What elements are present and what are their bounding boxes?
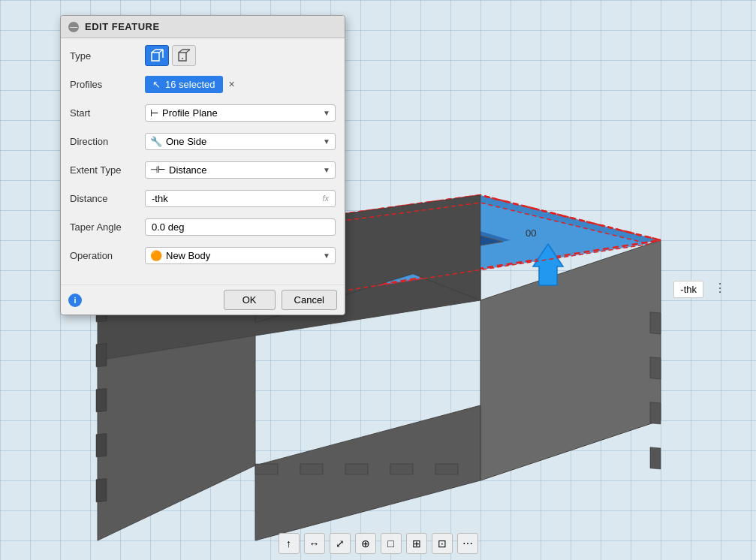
operation-icon: 🟠	[150, 250, 162, 261]
svg-rect-20	[300, 464, 323, 474]
svg-rect-36	[179, 53, 186, 61]
profiles-selected-button[interactable]: ↖ 16 selected	[145, 76, 223, 93]
svg-rect-31	[152, 53, 159, 61]
direction-control: 🔧 One Side ▼	[145, 133, 336, 150]
distance-label: -thk	[673, 281, 703, 298]
operation-value: New Body	[166, 250, 210, 261]
type-label: Type	[70, 50, 145, 62]
svg-text:00: 00	[526, 227, 536, 239]
profiles-count: 16 selected	[165, 79, 215, 90]
start-control: ⊢ Profile Plane ▼	[145, 104, 336, 122]
taper-angle-label: Taper Angle	[70, 221, 145, 233]
close-icon: —	[70, 23, 77, 31]
distance-input[interactable]: -thk fx	[145, 190, 336, 207]
operation-label: Operation	[70, 250, 145, 261]
direction-icon: 🔧	[150, 136, 162, 147]
type-control	[145, 45, 336, 66]
svg-rect-22	[390, 464, 413, 474]
operation-control: 🟠 New Body ▼	[145, 247, 336, 264]
extent-type-dropdown-arrow: ▼	[323, 166, 330, 174]
clear-icon: ×	[229, 78, 235, 90]
start-row: Start ⊢ Profile Plane ▼	[70, 101, 336, 124]
svg-rect-21	[345, 464, 368, 474]
distance-control: -thk fx	[145, 190, 336, 207]
profiles-label: Profiles	[70, 79, 145, 90]
direction-dropdown[interactable]: 🔧 One Side ▼	[145, 133, 336, 150]
taper-angle-value: 0.0 deg	[152, 221, 184, 233]
extrude-icon	[150, 49, 164, 62]
toolbar-btn-3[interactable]: ⤢	[330, 533, 351, 554]
dialog-footer: i OK Cancel	[61, 285, 345, 315]
start-dropdown[interactable]: ⊢ Profile Plane ▼	[145, 104, 336, 122]
svg-rect-17	[96, 434, 107, 457]
toolbar-btn-6[interactable]: ⊞	[406, 533, 427, 554]
operation-dropdown[interactable]: 🟠 New Body ▼	[145, 247, 336, 264]
svg-rect-26	[650, 402, 661, 424]
distance-label-field: Distance	[70, 193, 145, 204]
toolbar-btn-1[interactable]: ↑	[279, 533, 300, 554]
type-extrude-button[interactable]	[145, 45, 169, 66]
taper-angle-control: 0.0 deg	[145, 218, 336, 236]
cancel-button[interactable]: Cancel	[282, 290, 337, 310]
dialog-title: EDIT FEATURE	[85, 21, 160, 32]
extent-type-row: Extent Type ⊣⊢ Distance ▼	[70, 158, 336, 181]
start-label: Start	[70, 107, 145, 119]
start-icon: ⊢	[150, 107, 158, 119]
info-icon[interactable]: i	[68, 294, 82, 307]
distance-row: Distance -thk fx	[70, 187, 336, 209]
svg-rect-15	[96, 344, 107, 367]
taper-angle-row: Taper Angle 0.0 deg	[70, 215, 336, 238]
ok-button[interactable]: OK	[224, 290, 276, 310]
distance-field-value: -thk	[152, 193, 168, 204]
taper-angle-input[interactable]: 0.0 deg	[145, 218, 336, 236]
dialog-body: Type	[61, 38, 345, 282]
toolbar-btn-8[interactable]: ⋯	[457, 533, 478, 554]
svg-rect-16	[96, 389, 107, 412]
svg-rect-23	[435, 464, 458, 474]
start-value: Profile Plane	[162, 107, 218, 119]
extent-type-control: ⊣⊢ Distance ▼	[145, 161, 336, 179]
svg-rect-25	[650, 357, 661, 379]
bottom-toolbar: ↑ ↔ ⤢ ⊕ □ ⊞ ⊡ ⋯	[279, 533, 478, 554]
extent-type-icon: ⊣⊢	[150, 164, 165, 175]
info-symbol: i	[74, 296, 76, 305]
dialog-header: — EDIT FEATURE	[61, 16, 345, 38]
type-row: Type	[70, 44, 336, 67]
direction-dropdown-arrow: ▼	[323, 137, 330, 146]
svg-rect-24	[650, 312, 661, 334]
toolbar-btn-2[interactable]: ↔	[304, 533, 325, 554]
distance-value: -thk	[680, 284, 697, 295]
start-dropdown-arrow: ▼	[323, 109, 330, 117]
other-type-icon	[177, 49, 191, 62]
profiles-row: Profiles ↖ 16 selected ×	[70, 73, 336, 95]
close-button[interactable]: —	[68, 22, 79, 32]
extent-type-label: Extent Type	[70, 164, 145, 176]
extent-type-dropdown[interactable]: ⊣⊢ Distance ▼	[145, 161, 336, 179]
operation-row: Operation 🟠 New Body ▼	[70, 244, 336, 266]
direction-value: One Side	[166, 136, 206, 147]
profiles-clear-button[interactable]: ×	[226, 78, 238, 90]
direction-label: Direction	[70, 136, 145, 147]
svg-rect-27	[650, 447, 661, 469]
direction-row: Direction 🔧 One Side ▼	[70, 130, 336, 152]
svg-rect-18	[96, 479, 107, 502]
edit-feature-dialog: — EDIT FEATURE Type	[60, 15, 345, 315]
svg-rect-19	[255, 464, 278, 474]
extent-type-value: Distance	[169, 164, 207, 176]
operation-dropdown-arrow: ▼	[323, 251, 330, 260]
more-options-button[interactable]: ⋮	[714, 281, 726, 295]
toolbar-btn-7[interactable]: ⊡	[432, 533, 453, 554]
type-other-button[interactable]	[172, 45, 196, 66]
cursor-icon: ↖	[152, 79, 161, 90]
toolbar-btn-4[interactable]: ⊕	[355, 533, 376, 554]
fx-icon[interactable]: fx	[322, 194, 329, 203]
profiles-control: ↖ 16 selected ×	[145, 76, 336, 93]
more-icon: ⋮	[714, 282, 726, 294]
toolbar-btn-5[interactable]: □	[381, 533, 402, 554]
